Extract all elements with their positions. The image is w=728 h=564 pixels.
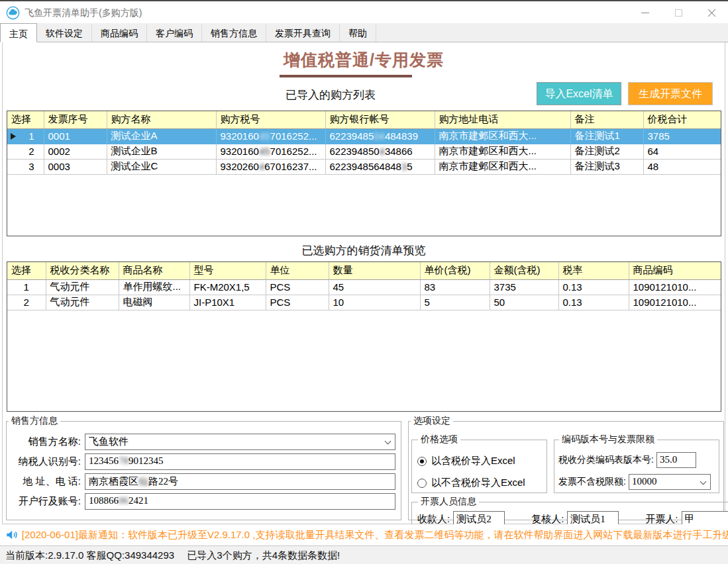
cell-unit[interactable]: PCS <box>266 279 329 295</box>
col-quantity[interactable]: 数量 <box>329 262 420 279</box>
maximize-button[interactable] <box>662 3 695 23</box>
tab-product-codes[interactable]: 商品编码 <box>92 24 147 42</box>
status-bar: 当前版本:2.9.17.0 客服QQ:349344293 已导入3个购方，共4条… <box>0 545 728 564</box>
row-number[interactable]: 1 <box>7 279 46 295</box>
cell-amount[interactable]: 3735 <box>490 279 558 295</box>
col-select[interactable]: 选择 <box>7 262 46 279</box>
cell-buyer-bank[interactable]: 6223948504484839 <box>325 128 435 144</box>
col-product-name[interactable]: 商品名称 <box>119 262 189 279</box>
cell-unit-price[interactable]: 83 <box>420 279 490 295</box>
cell-product-code[interactable]: 1090121010... <box>629 295 721 310</box>
staff-info-legend: 开票人员信息 <box>418 496 479 508</box>
cell-buyer-name[interactable]: 测试企业B <box>107 144 216 159</box>
reviewer-label: 复核人: <box>530 513 567 526</box>
tab-customer-codes[interactable]: 客户编码 <box>147 24 202 42</box>
cell-unit-price[interactable]: 5 <box>420 295 490 310</box>
staff-info-group: 开票人员信息 收款人: 测试员2 复核人: 测试员1 开票人: 甲 <box>411 496 728 528</box>
cell-total[interactable]: 64 <box>643 144 721 159</box>
cell-buyer-taxid[interactable]: 9320160457016252... <box>216 144 325 159</box>
cell-tax-category[interactable]: 气动元件 <box>46 295 119 310</box>
close-button[interactable] <box>695 3 728 23</box>
chevron-down-icon[interactable] <box>385 438 391 445</box>
cell-total[interactable]: 3785 <box>643 128 721 144</box>
buyers-row-1[interactable]: 1 0001 测试企业A 9320160457016252... 6223948… <box>7 128 721 144</box>
taxpayer-id-input[interactable]: 123456789012345 <box>85 453 395 470</box>
col-select[interactable]: 选择 <box>7 111 44 128</box>
col-buyer-address[interactable]: 购方地址电话 <box>435 111 570 128</box>
cell-model[interactable]: JI-P10X1 <box>189 295 266 310</box>
buyers-row-3[interactable]: 3 0003 测试企业C 9320260467016237... 6223948… <box>7 159 721 174</box>
cell-quantity[interactable]: 10 <box>329 295 420 310</box>
col-product-code[interactable]: 商品编码 <box>629 262 721 279</box>
radio-tax-included[interactable]: 以含税价导入Excel <box>417 455 543 467</box>
import-excel-button[interactable]: 导入Excel清单 <box>537 82 621 105</box>
col-unit[interactable]: 单位 <box>266 262 329 279</box>
cell-buyer-bank[interactable]: 622394856484835 <box>325 159 435 174</box>
cell-remark[interactable]: 备注测试1 <box>570 128 643 144</box>
cell-buyer-taxid[interactable]: 9320160457016252... <box>216 128 325 144</box>
row-number: 1 <box>28 130 34 142</box>
tab-software-settings[interactable]: 软件设定 <box>37 24 92 42</box>
cell-amount[interactable]: 50 <box>490 295 558 310</box>
cell-buyer-address[interactable]: 南京市建邺区和西大... <box>435 144 570 159</box>
cell-tax-rate[interactable]: 0.13 <box>558 279 629 295</box>
cell-unit[interactable]: PCS <box>266 295 329 310</box>
col-invoice-serial[interactable]: 发票序号 <box>44 111 107 128</box>
col-buyer-bank[interactable]: 购方银行帐号 <box>325 111 435 128</box>
col-buyer-name[interactable]: 购方名称 <box>107 111 216 128</box>
chevron-down-icon[interactable] <box>700 479 706 485</box>
tab-help[interactable]: 帮助 <box>340 24 376 42</box>
row-number[interactable]: 2 <box>7 295 46 310</box>
col-total[interactable]: 价税合计 <box>643 111 721 128</box>
details-row-1[interactable]: 1 气动元件 单作用螺纹... FK-M20X1,5 PCS 45 83 373… <box>7 279 721 295</box>
generate-invoice-file-button[interactable]: 生成开票文件 <box>628 82 713 105</box>
radio-selected-icon[interactable] <box>417 457 427 466</box>
redacted-text: 04 <box>374 130 385 142</box>
app-logo-cloud-icon <box>6 6 20 20</box>
col-unit-price[interactable]: 单价(含税) <box>420 262 490 279</box>
cell-tax-rate[interactable]: 0.13 <box>558 295 629 310</box>
bank-account-input[interactable]: 108866062421 <box>85 493 395 510</box>
payee-label: 收款人: <box>416 513 453 526</box>
radio-tax-excluded[interactable]: 以不含税价导入Excel <box>417 477 543 489</box>
cell-serial[interactable]: 0003 <box>44 159 107 174</box>
cell-buyer-bank[interactable]: 622394850434866 <box>325 144 435 159</box>
cell-buyer-address[interactable]: 南京市建邺区和西大... <box>435 128 570 144</box>
invoice-limit-select[interactable]: 10000 <box>629 474 711 490</box>
tab-invoice-query[interactable]: 发票开具查询 <box>266 24 340 42</box>
cell-product-name[interactable]: 单作用螺纹... <box>119 279 189 295</box>
buyers-row-2[interactable]: 2 0002 测试企业B 9320160457016252... 6223948… <box>7 144 721 159</box>
cell-model[interactable]: FK-M20X1,5 <box>189 279 266 295</box>
row-number: 2 <box>28 146 34 157</box>
col-model[interactable]: 型号 <box>189 262 266 279</box>
cell-buyer-name[interactable]: 测试企业A <box>107 128 216 144</box>
col-remark[interactable]: 备注 <box>570 111 643 128</box>
minimize-button[interactable] <box>629 3 662 23</box>
address-phone-input[interactable]: 南京栖霞区仙路22号 <box>85 473 395 490</box>
seller-name-combobox[interactable]: 飞鱼软件 <box>85 434 395 450</box>
tab-seller-info[interactable]: 销售方信息 <box>202 24 266 42</box>
cell-total[interactable]: 48 <box>643 159 721 174</box>
cell-serial[interactable]: 0002 <box>44 144 107 159</box>
col-amount[interactable]: 金额(含税) <box>490 262 558 279</box>
cell-remark[interactable]: 备注测试3 <box>570 159 643 174</box>
home-tab-page: 增值税普通/专用发票 已导入的购方列表 导入Excel清单 生成开票文件 选择 … <box>2 42 725 524</box>
cell-product-code[interactable]: 1090121010... <box>629 279 721 295</box>
cell-tax-category[interactable]: 气动元件 <box>46 279 119 295</box>
cell-quantity[interactable]: 45 <box>329 279 420 295</box>
window-title: 飞鱼开票清单助手(多购方版) <box>25 7 142 19</box>
code-table-version-input[interactable]: 35.0 <box>656 452 696 468</box>
cell-serial[interactable]: 0001 <box>44 128 107 144</box>
cell-remark[interactable]: 备注测试2 <box>570 144 643 159</box>
tab-home[interactable]: 主页 <box>0 23 37 42</box>
cell-buyer-address[interactable]: 南京市建邺区和西大... <box>435 159 570 174</box>
cell-buyer-name[interactable]: 测试企业C <box>107 159 216 174</box>
col-buyer-taxid[interactable]: 购方税号 <box>216 111 325 128</box>
col-tax-category[interactable]: 税收分类名称 <box>46 262 119 279</box>
details-row-2[interactable]: 2 气动元件 电磁阀 JI-P10X1 PCS 10 5 50 0.13 109… <box>7 295 721 310</box>
col-tax-rate[interactable]: 税率 <box>558 262 629 279</box>
radio-tax-included-label: 以含税价导入Excel <box>431 455 515 467</box>
cell-product-name[interactable]: 电磁阀 <box>119 295 189 310</box>
cell-buyer-taxid[interactable]: 9320260467016237... <box>216 159 325 174</box>
radio-unselected-icon[interactable] <box>417 479 427 488</box>
